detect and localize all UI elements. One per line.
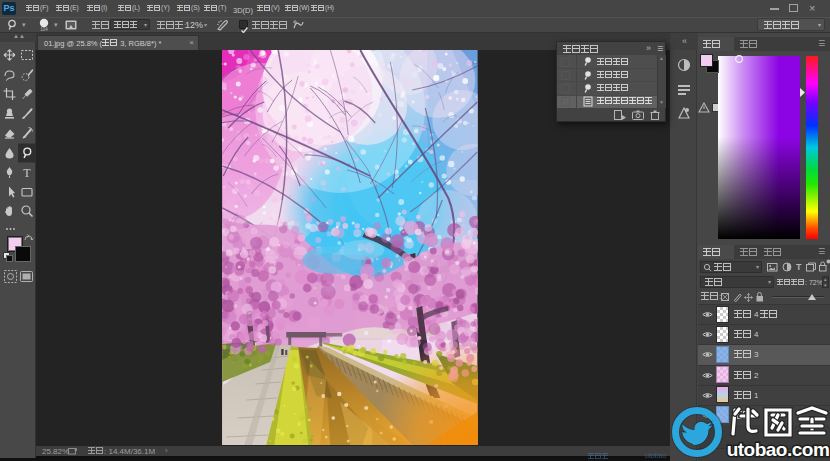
svg-text:utobao.com: utobao.com — [727, 439, 830, 460]
svg-text:T: T — [23, 166, 31, 180]
svg-text:104: 104 — [40, 27, 48, 32]
